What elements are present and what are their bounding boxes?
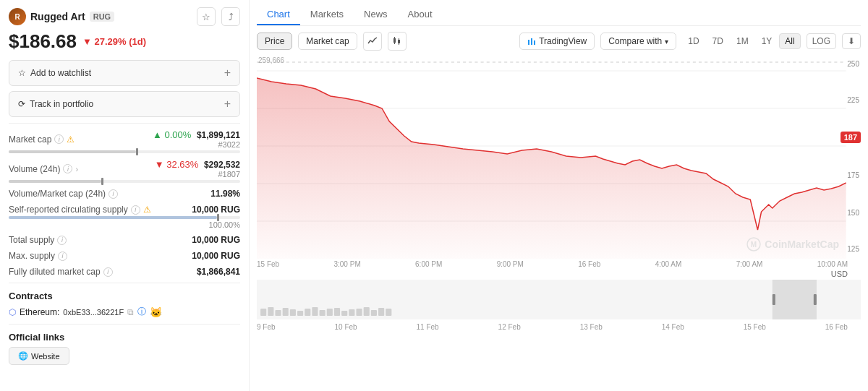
x-label-5: 4:00 AM bbox=[655, 260, 682, 268]
market-cap-info-icon[interactable]: i bbox=[54, 134, 64, 144]
header-icons: ☆ ⤴ bbox=[197, 7, 240, 26]
market-cap-label: Market cap i ⚠ bbox=[9, 134, 75, 145]
svg-rect-34 bbox=[378, 308, 384, 316]
bottom-label-4: 13 Feb bbox=[580, 323, 603, 331]
tradingview-button[interactable]: TradingView bbox=[519, 33, 595, 50]
download-button[interactable]: ⬇ bbox=[842, 33, 861, 49]
time-1m-button[interactable]: 1M bbox=[731, 33, 754, 49]
svg-rect-3 bbox=[398, 40, 400, 43]
time-7d-button[interactable]: 7D bbox=[707, 33, 729, 49]
y-label-175: 175 bbox=[847, 171, 859, 179]
diluted-market-cap-value: $1,866,841 bbox=[197, 267, 240, 277]
compare-button[interactable]: Compare with ▾ bbox=[600, 33, 676, 50]
y-label-225: 225 bbox=[847, 96, 859, 104]
price-button[interactable]: Price bbox=[257, 33, 292, 50]
svg-rect-28 bbox=[334, 308, 340, 316]
market-cap-bar bbox=[9, 150, 240, 153]
bottom-label-6: 15 Feb bbox=[744, 323, 766, 331]
max-supply-value: 10,000 RUG bbox=[192, 251, 240, 261]
svg-rect-32 bbox=[364, 307, 370, 316]
tab-markets[interactable]: Markets bbox=[300, 4, 354, 25]
stats-section: Market cap i ⚠ ▲ 0.00% $1,899,121 #3022 bbox=[9, 129, 240, 277]
current-price-badge: 187 bbox=[841, 132, 861, 143]
coin-header: R Rugged Art RUG ☆ ⤴ bbox=[9, 7, 240, 26]
svg-rect-29 bbox=[341, 311, 347, 316]
candle-chart-icon[interactable] bbox=[388, 32, 407, 51]
time-all-button[interactable]: All bbox=[779, 33, 800, 49]
x-label-3: 9:00 PM bbox=[497, 260, 524, 268]
compare-label: Compare with bbox=[608, 36, 662, 46]
plus-icon: + bbox=[224, 66, 231, 80]
line-chart-icon[interactable] bbox=[363, 32, 382, 51]
plus-icon-2: + bbox=[224, 98, 231, 111]
track-portfolio-button[interactable]: ⟳ Track in portfolio + bbox=[9, 91, 240, 117]
diluted-market-cap-row: Fully diluted market cap i $1,866,841 bbox=[9, 267, 240, 277]
x-axis-labels: 15 Feb 3:00 PM 6:00 PM 9:00 PM 16 Feb 4:… bbox=[257, 259, 861, 268]
svg-rect-21 bbox=[283, 308, 289, 316]
chart-tabs: Chart Markets News About bbox=[257, 0, 861, 26]
tab-chart[interactable]: Chart bbox=[257, 4, 300, 25]
volume-bar bbox=[9, 180, 240, 183]
website-button[interactable]: 🌐 Website bbox=[9, 347, 69, 365]
market-cap-button[interactable]: Market cap bbox=[298, 33, 357, 50]
log-button[interactable]: LOG bbox=[807, 33, 836, 49]
circ-supply-pct: 100.00% bbox=[9, 220, 240, 229]
price-row: $186.68 ▼ 27.29% (1d) bbox=[9, 30, 240, 53]
watchlist-label: Add to watchlist bbox=[30, 68, 91, 78]
volume-chevron-icon[interactable]: › bbox=[75, 165, 78, 173]
share-button[interactable]: ⤴ bbox=[221, 7, 240, 26]
ethereum-icon: ⬡ bbox=[9, 307, 16, 317]
coin-name-row: R Rugged Art RUG bbox=[9, 8, 114, 25]
tab-news[interactable]: News bbox=[354, 4, 398, 25]
circ-supply-info-icon[interactable]: i bbox=[131, 205, 140, 215]
bottom-timeline: 9 Feb 10 Feb 11 Feb 12 Feb 13 Feb 14 Feb… bbox=[257, 322, 861, 331]
globe-icon: 🌐 bbox=[18, 351, 28, 361]
svg-rect-33 bbox=[371, 310, 377, 316]
circ-supply-bar bbox=[9, 216, 240, 219]
coin-name: Rugged Art bbox=[30, 11, 85, 22]
svg-rect-23 bbox=[297, 311, 303, 316]
total-supply-row: Total supply i 10,000 RUG bbox=[9, 235, 240, 245]
svg-rect-35 bbox=[386, 309, 391, 316]
right-panel: Chart Markets News About Price Market ca… bbox=[250, 0, 868, 391]
time-1y-button[interactable]: 1Y bbox=[756, 33, 778, 49]
volume-info-icon[interactable]: i bbox=[63, 164, 72, 173]
max-supply-row: Max. supply i 10,000 RUG bbox=[9, 251, 240, 261]
vol-market-cap-value: 11.98% bbox=[210, 189, 240, 199]
svg-rect-26 bbox=[320, 310, 326, 316]
bottom-label-2: 11 Feb bbox=[417, 323, 439, 331]
tab-about[interactable]: About bbox=[398, 4, 443, 25]
copy-icon[interactable]: ⧉ bbox=[127, 307, 134, 317]
portfolio-icon: ⟳ bbox=[18, 99, 25, 109]
market-cap-change: ▲ 0.00% bbox=[153, 129, 191, 140]
svg-rect-31 bbox=[356, 309, 362, 316]
svg-rect-37 bbox=[773, 294, 775, 305]
svg-rect-6 bbox=[528, 40, 529, 45]
svg-rect-25 bbox=[312, 307, 318, 316]
x-label-1: 3:00 PM bbox=[333, 260, 360, 268]
star-button[interactable]: ☆ bbox=[197, 7, 216, 26]
total-supply-info-icon[interactable]: i bbox=[57, 236, 67, 245]
contract-address: 0xbE33...36221F bbox=[63, 308, 124, 317]
svg-rect-38 bbox=[814, 294, 817, 305]
mini-chart-wrapper[interactable] bbox=[257, 280, 861, 322]
svg-rect-36 bbox=[773, 280, 817, 319]
market-cap-warn-icon: ⚠ bbox=[67, 134, 75, 145]
add-watchlist-button[interactable]: ☆ Add to watchlist + bbox=[9, 60, 240, 86]
tradingview-label: TradingView bbox=[539, 36, 587, 46]
volume-rank: #1807 bbox=[155, 170, 240, 179]
diluted-info-icon[interactable]: i bbox=[103, 267, 113, 277]
cat-icon[interactable]: 🐱 bbox=[150, 306, 162, 318]
circulating-supply-value: 10,000 RUG bbox=[192, 205, 240, 215]
info-badge-icon[interactable]: ⓘ bbox=[137, 306, 146, 318]
x-label-0: 15 Feb bbox=[257, 260, 279, 268]
total-supply-label: Total supply i bbox=[9, 235, 67, 245]
bottom-label-1: 10 Feb bbox=[334, 323, 357, 331]
vol-market-cap-info-icon[interactable]: i bbox=[109, 189, 118, 199]
official-links-title: Official links bbox=[9, 332, 240, 343]
svg-rect-7 bbox=[531, 38, 532, 45]
time-1d-button[interactable]: 1D bbox=[682, 33, 705, 49]
max-supply-info-icon[interactable]: i bbox=[58, 252, 67, 261]
website-label: Website bbox=[31, 352, 60, 361]
svg-rect-30 bbox=[349, 309, 354, 316]
